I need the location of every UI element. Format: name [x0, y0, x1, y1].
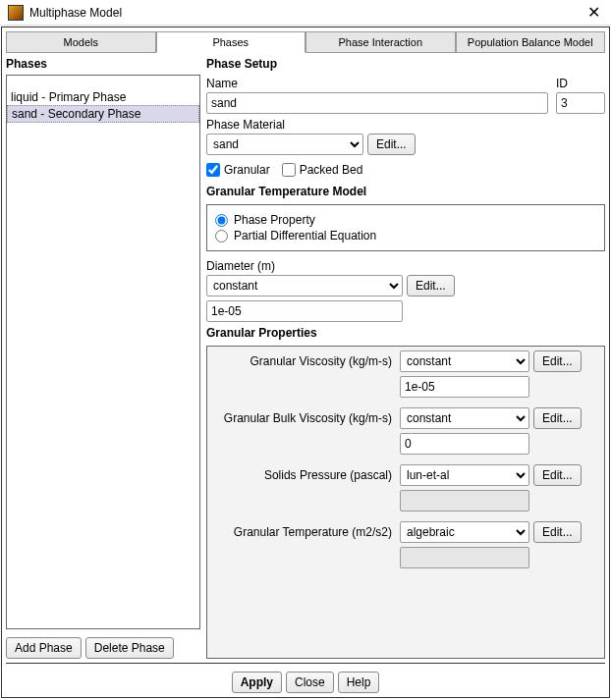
- granular-viscosity-label: Granular Viscosity (kg/m-s): [211, 354, 396, 368]
- id-input[interactable]: [556, 92, 605, 114]
- phase-item-secondary[interactable]: sand - Secondary Phase: [7, 105, 199, 123]
- phase-material-edit-button[interactable]: Edit...: [367, 134, 416, 155]
- granular-checkbox-label[interactable]: Granular: [206, 163, 270, 177]
- bulk-viscosity-label: Granular Bulk Viscosity (kg/m-s): [211, 411, 396, 425]
- solids-pressure-select[interactable]: lun-et-al: [400, 464, 529, 486]
- tab-models[interactable]: Models: [6, 31, 156, 53]
- id-label: ID: [556, 77, 605, 90]
- granular-viscosity-value-input[interactable]: [400, 376, 529, 398]
- solids-pressure-label: Solids Pressure (pascal): [211, 468, 396, 482]
- packed-bed-checkbox[interactable]: [282, 163, 296, 177]
- dialog-buttons: Apply Close Help: [6, 663, 605, 693]
- granular-temperature-value-input: [400, 547, 529, 568]
- phase-setup-heading: Phase Setup: [206, 57, 605, 71]
- tab-phases[interactable]: Phases: [156, 31, 306, 53]
- diameter-select[interactable]: constant: [206, 275, 403, 296]
- title-bar: Multiphase Model ✕: [0, 0, 611, 26]
- granular-temperature-edit-button[interactable]: Edit...: [533, 521, 582, 543]
- tab-phase-interaction[interactable]: Phase Interaction: [306, 31, 456, 53]
- close-icon[interactable]: ✕: [583, 3, 603, 22]
- granular-properties-panel[interactable]: Granular Viscosity (kg/m-s) constant Edi…: [207, 347, 604, 658]
- granular-viscosity-select[interactable]: constant: [400, 350, 529, 372]
- diameter-value-input[interactable]: [206, 300, 403, 322]
- close-button[interactable]: Close: [286, 672, 334, 693]
- granular-temperature-select[interactable]: algebraic: [400, 521, 529, 543]
- granular-checkbox[interactable]: [206, 163, 220, 177]
- radio-pde[interactable]: [215, 230, 228, 242]
- solids-pressure-edit-button[interactable]: Edit...: [533, 464, 582, 486]
- window-title: Multiphase Model: [29, 6, 583, 20]
- diameter-edit-button[interactable]: Edit...: [407, 275, 455, 296]
- radio-phase-property[interactable]: [215, 214, 228, 227]
- packed-bed-checkbox-label[interactable]: Packed Bed: [282, 163, 363, 177]
- solids-pressure-value-input: [400, 490, 529, 512]
- granular-temp-model-group: Phase Property Partial Differential Equa…: [206, 204, 605, 251]
- main-tabs: Models Phases Phase Interaction Populati…: [6, 31, 605, 53]
- granular-temp-model-heading: Granular Temperature Model: [206, 185, 605, 198]
- apply-button[interactable]: Apply: [232, 672, 282, 693]
- phase-list[interactable]: liquid - Primary Phase sand - Secondary …: [6, 75, 200, 629]
- help-button[interactable]: Help: [338, 672, 380, 693]
- phases-heading: Phases: [6, 57, 200, 71]
- phase-material-select[interactable]: sand: [206, 134, 363, 155]
- app-icon: [8, 5, 24, 21]
- name-label: Name: [206, 77, 548, 90]
- bulk-viscosity-edit-button[interactable]: Edit...: [533, 407, 582, 429]
- granular-properties-heading: Granular Properties: [206, 326, 605, 340]
- phase-material-label: Phase Material: [206, 118, 605, 132]
- bulk-viscosity-value-input[interactable]: [400, 433, 529, 455]
- add-phase-button[interactable]: Add Phase: [6, 637, 82, 659]
- diameter-label: Diameter (m): [206, 259, 605, 273]
- granular-temperature-label: Granular Temperature (m2/s2): [211, 525, 396, 539]
- granular-viscosity-edit-button[interactable]: Edit...: [533, 350, 582, 372]
- tab-population-balance[interactable]: Population Balance Model: [456, 31, 606, 53]
- name-input[interactable]: [206, 92, 548, 114]
- phase-item-primary[interactable]: liquid - Primary Phase: [7, 89, 199, 105]
- bulk-viscosity-select[interactable]: constant: [400, 407, 529, 429]
- delete-phase-button[interactable]: Delete Phase: [85, 637, 174, 659]
